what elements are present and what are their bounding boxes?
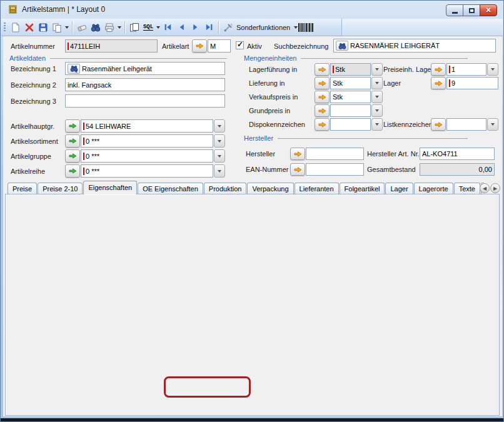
preiseinh-label: Preiseinh. Lager [383,66,433,73]
tab[interactable]: Folgeartikel [340,183,385,194]
artikelgruppe-value[interactable]: 0 *** [81,149,213,163]
hersteller-label: Hersteller [246,150,275,158]
eigenschaften-tab-panel [5,194,500,416]
orange-arrow-button[interactable] [315,77,330,89]
chevron-down-icon[interactable] [214,164,225,178]
special-functions-icon[interactable] [221,21,235,34]
find-1-icon[interactable]: 1 [68,64,80,74]
orange-arrow-button[interactable] [431,63,446,76]
chevron-down-icon[interactable] [214,149,225,163]
tab[interactable]: Lieferanten [295,183,339,194]
artikelreihe-value[interactable]: 0 *** [81,164,213,178]
chevron-down-icon[interactable] [371,63,383,76]
special-functions-dropdown-icon[interactable] [293,21,298,34]
new-document-icon[interactable] [9,21,23,34]
orange-arrow-button[interactable] [315,104,330,117]
artikelsortiment-value[interactable]: 0 *** [81,134,213,148]
bezeichnung3-field[interactable] [65,94,225,108]
orange-arrow-button[interactable] [290,163,305,176]
save-icon[interactable] [36,21,50,34]
copy-dropdown-icon[interactable] [64,21,69,34]
chevron-down-icon[interactable] [371,77,383,89]
tab[interactable]: Lager [385,183,413,194]
grundpreis-label: Grundpreis in [249,107,290,114]
close-button[interactable]: ✕ [480,4,497,16]
green-arrow-button[interactable] [65,119,80,133]
sql-icon[interactable]: SQL [141,21,155,34]
tab-scroll-right-icon[interactable]: ▶ [490,183,500,193]
lager-value[interactable]: 9 [446,77,498,89]
tab[interactable]: Eigenschaften [83,181,137,194]
tab[interactable]: Verpackung [247,183,293,194]
orange-arrow-button[interactable] [290,148,305,160]
verkaufspreis-value[interactable]: Stk [330,91,371,103]
grundpreis-value[interactable] [330,104,371,117]
chevron-down-icon[interactable] [371,118,383,131]
artikelnummer-field[interactable]: 4711LEIH [65,39,158,53]
copy-icon[interactable] [50,21,64,34]
nav-last-icon[interactable] [202,21,216,34]
artikelhauptgr-value[interactable]: 54 LEIHWARE [81,119,213,133]
sql-dropdown-icon[interactable] [155,21,161,34]
chevron-down-icon[interactable] [214,134,225,148]
lagerfuehrung-value[interactable]: Stk [330,63,371,76]
print-icon[interactable] [103,21,116,34]
delete-icon[interactable] [23,21,36,34]
verkaufspreis-label: Verkaufspreis in [249,93,298,101]
toolbar-grip[interactable] [4,23,6,33]
special-functions-label[interactable]: Sonderfunktionen [236,24,290,31]
green-arrow-button[interactable] [65,149,80,163]
listkennzeichen-value[interactable] [446,118,486,131]
barcode-icon[interactable] [298,21,313,34]
nav-previous-icon[interactable] [174,21,188,34]
dispokennzeichen-label: Dispokennzeichen [249,121,305,128]
aktiv-checkbox[interactable] [236,41,244,49]
tab[interactable]: Produktion [204,183,247,194]
listkennzeichen-combo [431,118,498,131]
tab[interactable]: Preise [8,183,37,194]
find-icon[interactable] [336,41,348,51]
eraser-icon[interactable] [75,21,89,34]
tab-scroll-left-icon[interactable]: ◀ [480,183,490,193]
tab[interactable]: Preise 2-10 [38,183,83,194]
tab[interactable]: Texte [454,183,480,194]
bezeichnung2-field[interactable]: inkl. Fangsack [65,78,225,91]
orange-arrow-button[interactable] [315,118,330,131]
nav-first-icon[interactable] [161,21,174,34]
title-bar[interactable]: Artikelstamm | * Layout 0 ✕ [1,1,503,19]
lieferung-combo: Stk [315,77,383,89]
artikelart-value[interactable]: M [208,39,231,53]
chevron-down-icon[interactable] [371,91,383,103]
bezeichnung1-field[interactable]: 1 Rasenmäher Leihgerät [65,62,225,75]
tab[interactable]: OE Eigenschaften [138,183,203,194]
maximize-button[interactable] [463,4,480,16]
ean-nummer-value[interactable] [306,163,364,176]
minimize-button[interactable] [446,4,463,16]
suchbezeichnung-field[interactable]: RASENMÄHER LEIHGERÄT [333,39,496,53]
hersteller-artnr-field[interactable]: AL-KO4711 [420,148,495,160]
preiseinh-value[interactable]: 1 [446,63,486,76]
orange-arrow-button[interactable] [431,77,446,89]
orange-arrow-button[interactable] [192,39,207,53]
print-dropdown-icon[interactable] [116,21,122,34]
artikelreihe-label: Artikelreihe [11,168,45,175]
dispokennzeichen-value[interactable] [330,118,371,131]
chevron-down-icon[interactable] [487,63,498,76]
tab[interactable]: Lagerorte [414,183,453,194]
nav-next-icon[interactable] [188,21,202,34]
orange-arrow-button[interactable] [315,91,330,103]
hersteller-value[interactable] [306,148,364,160]
green-arrow-button[interactable] [65,134,80,148]
toolbar: SQL Sonderfunktionen [1,19,342,36]
chevron-down-icon[interactable] [487,118,498,131]
tab-strip: PreisePreise 2-10EigenschaftenOE Eigensc… [8,181,484,194]
green-arrow-button[interactable] [65,164,80,178]
orange-arrow-button[interactable] [315,63,330,76]
find-icon[interactable] [89,21,103,34]
chevron-down-icon[interactable] [371,104,383,117]
toolbar-spacer [342,19,503,36]
orange-arrow-button[interactable] [431,118,446,131]
chevron-down-icon[interactable] [214,119,225,133]
pages-icon[interactable] [128,21,141,34]
lieferung-value[interactable]: Stk [330,77,371,89]
